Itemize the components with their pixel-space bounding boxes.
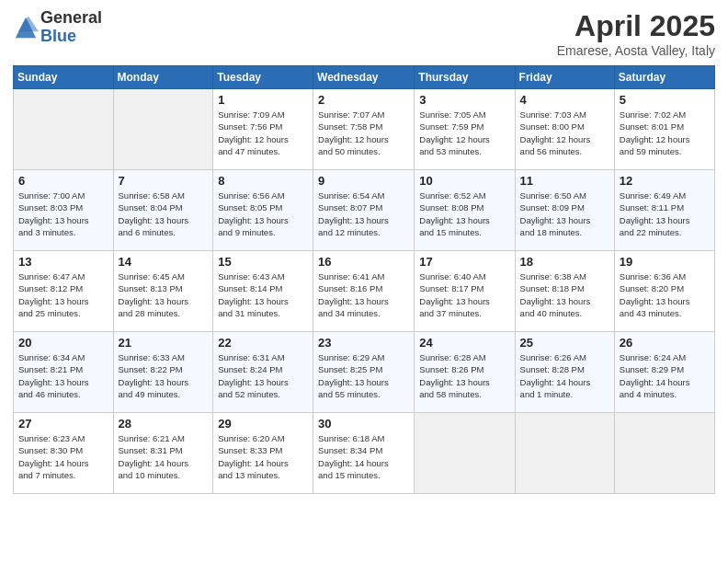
table-row: 1Sunrise: 7:09 AM Sunset: 7:56 PM Daylig… <box>213 89 313 170</box>
header-thursday: Thursday <box>415 66 515 89</box>
day-number: 9 <box>318 174 409 188</box>
week-row-4: 20Sunrise: 6:34 AM Sunset: 8:21 PM Dayli… <box>14 332 715 413</box>
day-info: Sunrise: 6:24 AM Sunset: 8:29 PM Dayligh… <box>620 351 710 400</box>
table-row: 8Sunrise: 6:56 AM Sunset: 8:05 PM Daylig… <box>213 170 313 251</box>
day-info: Sunrise: 6:36 AM Sunset: 8:20 PM Dayligh… <box>620 270 710 319</box>
day-number: 7 <box>119 174 209 188</box>
day-info: Sunrise: 6:34 AM Sunset: 8:21 PM Dayligh… <box>18 351 108 400</box>
table-row: 13Sunrise: 6:47 AM Sunset: 8:12 PM Dayli… <box>14 251 114 332</box>
day-number: 24 <box>419 336 509 350</box>
day-info: Sunrise: 6:47 AM Sunset: 8:12 PM Dayligh… <box>18 270 108 319</box>
day-info: Sunrise: 6:20 AM Sunset: 8:33 PM Dayligh… <box>218 432 308 481</box>
day-number: 10 <box>419 174 509 188</box>
table-row: 7Sunrise: 6:58 AM Sunset: 8:04 PM Daylig… <box>113 170 213 251</box>
table-row: 12Sunrise: 6:49 AM Sunset: 8:11 PM Dayli… <box>614 170 714 251</box>
day-number: 3 <box>419 93 509 107</box>
day-number: 8 <box>218 174 308 188</box>
table-row: 15Sunrise: 6:43 AM Sunset: 8:14 PM Dayli… <box>213 251 313 332</box>
table-row: 27Sunrise: 6:23 AM Sunset: 8:30 PM Dayli… <box>14 413 114 494</box>
day-number: 16 <box>318 255 409 269</box>
table-row <box>415 413 515 494</box>
table-row: 4Sunrise: 7:03 AM Sunset: 8:00 PM Daylig… <box>515 89 614 170</box>
day-info: Sunrise: 6:49 AM Sunset: 8:11 PM Dayligh… <box>620 190 710 238</box>
table-row: 21Sunrise: 6:33 AM Sunset: 8:22 PM Dayli… <box>113 332 213 413</box>
day-info: Sunrise: 6:41 AM Sunset: 8:16 PM Dayligh… <box>318 270 409 319</box>
day-info: Sunrise: 7:00 AM Sunset: 8:03 PM Dayligh… <box>18 190 108 238</box>
day-number: 12 <box>620 174 710 188</box>
day-info: Sunrise: 6:43 AM Sunset: 8:14 PM Dayligh… <box>218 270 308 319</box>
calendar-subtitle: Emarese, Aosta Valley, Italy <box>557 43 715 58</box>
day-info: Sunrise: 7:02 AM Sunset: 8:01 PM Dayligh… <box>620 109 710 157</box>
calendar-page: General Blue April 2025 Emarese, Aosta V… <box>0 0 728 563</box>
day-info: Sunrise: 6:29 AM Sunset: 8:25 PM Dayligh… <box>318 351 409 400</box>
logo: General Blue <box>13 9 102 46</box>
day-number: 22 <box>218 336 308 350</box>
table-row <box>14 89 114 170</box>
day-info: Sunrise: 6:31 AM Sunset: 8:24 PM Dayligh… <box>218 351 308 400</box>
day-number: 1 <box>218 93 308 107</box>
day-info: Sunrise: 6:38 AM Sunset: 8:18 PM Dayligh… <box>520 270 609 319</box>
day-info: Sunrise: 6:50 AM Sunset: 8:09 PM Dayligh… <box>520 190 609 238</box>
week-row-1: 1Sunrise: 7:09 AM Sunset: 7:56 PM Daylig… <box>14 89 715 170</box>
day-info: Sunrise: 6:40 AM Sunset: 8:17 PM Dayligh… <box>419 270 509 319</box>
day-number: 30 <box>318 417 409 431</box>
weekday-header-row: Sunday Monday Tuesday Wednesday Thursday… <box>14 66 715 89</box>
table-row: 26Sunrise: 6:24 AM Sunset: 8:29 PM Dayli… <box>614 332 714 413</box>
day-number: 4 <box>520 93 609 107</box>
table-row: 28Sunrise: 6:21 AM Sunset: 8:31 PM Dayli… <box>113 413 213 494</box>
day-number: 27 <box>18 417 108 431</box>
table-row: 14Sunrise: 6:45 AM Sunset: 8:13 PM Dayli… <box>113 251 213 332</box>
week-row-2: 6Sunrise: 7:00 AM Sunset: 8:03 PM Daylig… <box>14 170 715 251</box>
day-number: 2 <box>318 93 409 107</box>
table-row: 11Sunrise: 6:50 AM Sunset: 8:09 PM Dayli… <box>515 170 614 251</box>
day-number: 21 <box>119 336 209 350</box>
header: General Blue April 2025 Emarese, Aosta V… <box>13 9 715 58</box>
table-row: 5Sunrise: 7:02 AM Sunset: 8:01 PM Daylig… <box>614 89 714 170</box>
logo-icon <box>13 15 39 40</box>
day-info: Sunrise: 6:18 AM Sunset: 8:34 PM Dayligh… <box>318 432 409 481</box>
day-info: Sunrise: 6:33 AM Sunset: 8:22 PM Dayligh… <box>119 351 209 400</box>
day-info: Sunrise: 6:26 AM Sunset: 8:28 PM Dayligh… <box>520 351 609 400</box>
table-row: 17Sunrise: 6:40 AM Sunset: 8:17 PM Dayli… <box>415 251 515 332</box>
header-monday: Monday <box>113 66 213 89</box>
table-row: 19Sunrise: 6:36 AM Sunset: 8:20 PM Dayli… <box>614 251 714 332</box>
day-info: Sunrise: 7:03 AM Sunset: 8:00 PM Dayligh… <box>520 109 609 157</box>
day-info: Sunrise: 7:09 AM Sunset: 7:56 PM Dayligh… <box>218 109 308 157</box>
header-saturday: Saturday <box>614 66 714 89</box>
table-row: 25Sunrise: 6:26 AM Sunset: 8:28 PM Dayli… <box>515 332 614 413</box>
table-row: 22Sunrise: 6:31 AM Sunset: 8:24 PM Dayli… <box>213 332 313 413</box>
day-info: Sunrise: 6:54 AM Sunset: 8:07 PM Dayligh… <box>318 190 409 238</box>
day-number: 25 <box>520 336 609 350</box>
week-row-3: 13Sunrise: 6:47 AM Sunset: 8:12 PM Dayli… <box>14 251 715 332</box>
day-number: 17 <box>419 255 509 269</box>
table-row: 3Sunrise: 7:05 AM Sunset: 7:59 PM Daylig… <box>415 89 515 170</box>
day-info: Sunrise: 6:58 AM Sunset: 8:04 PM Dayligh… <box>119 190 209 238</box>
day-number: 18 <box>520 255 609 269</box>
day-number: 26 <box>620 336 710 350</box>
day-number: 14 <box>119 255 209 269</box>
logo-blue-label: Blue <box>40 28 102 46</box>
day-info: Sunrise: 7:05 AM Sunset: 7:59 PM Dayligh… <box>419 109 509 157</box>
day-number: 23 <box>318 336 409 350</box>
table-row: 16Sunrise: 6:41 AM Sunset: 8:16 PM Dayli… <box>313 251 415 332</box>
table-row <box>515 413 614 494</box>
logo-general-label: General <box>40 9 102 28</box>
day-info: Sunrise: 6:45 AM Sunset: 8:13 PM Dayligh… <box>119 270 209 319</box>
day-number: 11 <box>520 174 609 188</box>
table-row: 10Sunrise: 6:52 AM Sunset: 8:08 PM Dayli… <box>415 170 515 251</box>
table-row: 29Sunrise: 6:20 AM Sunset: 8:33 PM Dayli… <box>213 413 313 494</box>
day-info: Sunrise: 6:52 AM Sunset: 8:08 PM Dayligh… <box>419 190 509 238</box>
day-info: Sunrise: 7:07 AM Sunset: 7:58 PM Dayligh… <box>318 109 409 157</box>
table-row <box>113 89 213 170</box>
day-number: 20 <box>18 336 108 350</box>
table-row: 24Sunrise: 6:28 AM Sunset: 8:26 PM Dayli… <box>415 332 515 413</box>
header-sunday: Sunday <box>14 66 114 89</box>
table-row: 9Sunrise: 6:54 AM Sunset: 8:07 PM Daylig… <box>313 170 415 251</box>
calendar-table: Sunday Monday Tuesday Wednesday Thursday… <box>13 65 715 494</box>
header-friday: Friday <box>515 66 614 89</box>
header-tuesday: Tuesday <box>213 66 313 89</box>
table-row: 30Sunrise: 6:18 AM Sunset: 8:34 PM Dayli… <box>313 413 415 494</box>
logo-text: General Blue <box>40 9 102 46</box>
header-wednesday: Wednesday <box>313 66 415 89</box>
day-info: Sunrise: 6:28 AM Sunset: 8:26 PM Dayligh… <box>419 351 509 400</box>
